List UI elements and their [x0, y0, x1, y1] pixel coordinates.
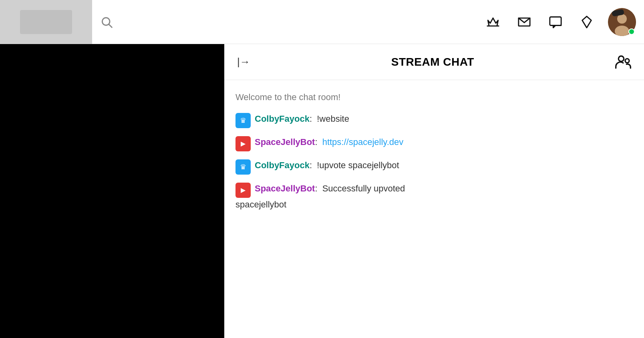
search-button[interactable] — [96, 12, 117, 32]
welcome-message: Welcome to the chat room! — [235, 92, 633, 103]
chat-header: |→ STREAM CHAT — [224, 44, 644, 80]
msg-colon: : — [310, 112, 312, 125]
navbar-right — [483, 8, 636, 36]
user-avatar[interactable] — [608, 8, 636, 36]
msg-text: !upvote spacejellybot — [314, 159, 399, 172]
users-button[interactable] — [612, 51, 634, 73]
logo-area — [0, 0, 92, 44]
svg-point-10 — [625, 58, 629, 62]
msg-continuation: spacejellybot — [235, 198, 633, 211]
video-area — [0, 44, 224, 338]
navbar-left — [0, 0, 117, 44]
badge-camera-red — [235, 136, 251, 151]
msg-colon: : — [315, 182, 317, 195]
chat-button[interactable] — [545, 12, 566, 32]
msg-text: !website — [314, 112, 349, 125]
chat-icon — [549, 15, 562, 29]
collapse-icon: |→ — [237, 56, 250, 68]
search-area — [96, 12, 117, 32]
mail-icon — [517, 15, 531, 29]
badge-camera-red — [235, 183, 251, 198]
svg-line-1 — [109, 24, 112, 27]
crown-icon — [486, 15, 500, 29]
svg-rect-3 — [550, 17, 561, 25]
chat-panel: |→ STREAM CHAT Welcome to the chat room!… — [224, 44, 644, 338]
diamond-icon — [580, 15, 594, 29]
chat-message: ColbyFayock: !website — [235, 112, 633, 128]
username-colbyfayock: ColbyFayock — [255, 112, 310, 125]
username-spacejellybot: SpaceJellyBot — [255, 182, 315, 195]
logo — [20, 10, 72, 34]
msg-text: Successfully upvoted — [320, 182, 405, 195]
collapse-button[interactable]: |→ — [234, 52, 254, 71]
online-indicator — [628, 28, 635, 35]
diamond-button[interactable] — [577, 12, 597, 32]
chat-message: SpaceJellyBot: Successfully upvoted spac… — [235, 182, 633, 211]
chat-message: SpaceJellyBot: https://spacejelly.dev — [235, 135, 633, 151]
username-spacejellybot: SpaceJellyBot — [255, 135, 315, 149]
navbar — [0, 0, 644, 44]
badge-crown-blue — [235, 159, 251, 175]
svg-point-9 — [618, 56, 624, 61]
chat-messages: Welcome to the chat room! ColbyFayock: !… — [224, 80, 644, 338]
svg-marker-4 — [582, 16, 592, 27]
msg-colon: : — [310, 159, 312, 172]
users-icon — [615, 54, 631, 70]
msg-link[interactable]: https://spacejelly.dev — [322, 135, 404, 149]
msg-colon: : — [315, 135, 317, 149]
main-layout: |→ STREAM CHAT Welcome to the chat room!… — [0, 44, 644, 338]
chat-message: ColbyFayock: !upvote spacejellybot — [235, 159, 633, 175]
badge-crown-blue — [235, 113, 251, 128]
username-colbyfayock: ColbyFayock — [255, 159, 310, 172]
search-icon — [100, 16, 113, 28]
crown-button[interactable] — [483, 12, 503, 32]
chat-title: STREAM CHAT — [391, 56, 474, 68]
mail-button[interactable] — [514, 12, 534, 32]
